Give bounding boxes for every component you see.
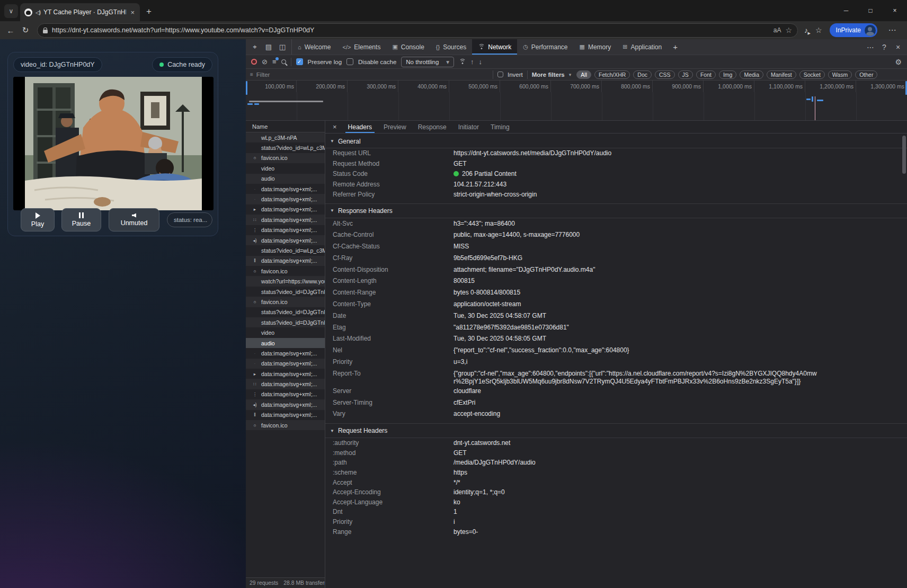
request-row[interactable]: ⋮data:image/svg+xml;...: [246, 225, 325, 235]
request-row[interactable]: ⋮data:image/svg+xml;...: [246, 389, 325, 399]
filter-chip-other[interactable]: Other: [855, 70, 877, 79]
preserve-log-checkbox[interactable]: ✓: [296, 58, 303, 65]
minimize-icon[interactable]: ─: [834, 0, 858, 21]
browser-tab[interactable]: ◁) YT Cache Player · DJgGTnHP0dY ×: [20, 3, 140, 21]
request-row[interactable]: status?video_id=wLp_c3M-nPA: [246, 245, 325, 255]
devtools-tab-welcome[interactable]: ⌂Welcome: [292, 39, 336, 55]
request-row[interactable]: ○favicon.ico: [246, 153, 325, 163]
new-tab-button[interactable]: +: [146, 6, 152, 17]
request-row[interactable]: ∷data:image/svg+xml;...: [246, 215, 325, 225]
detail-tab-response[interactable]: Response: [412, 121, 452, 133]
section-title[interactable]: ▼Request Headers: [325, 423, 907, 438]
maximize-icon[interactable]: □: [858, 0, 883, 21]
export-har-icon[interactable]: ↓: [479, 58, 483, 65]
tab-close-icon[interactable]: ×: [129, 8, 136, 16]
request-row[interactable]: ◂)data:image/svg+xml;...: [246, 235, 325, 245]
inprivate-badge[interactable]: InPrivate: [830, 23, 877, 37]
request-row[interactable]: ▸data:image/svg+xml;...: [246, 369, 325, 379]
filter-chip-socket[interactable]: Socket: [799, 70, 825, 79]
video-player[interactable]: [13, 77, 214, 210]
network-overview[interactable]: 100,000 ms200,000 ms300,000 ms400,000 ms…: [246, 81, 907, 121]
filter-chip-manifest[interactable]: Manifest: [767, 70, 796, 79]
filter-chip-media[interactable]: Media: [740, 70, 763, 79]
section-title[interactable]: ▼Response Headers: [325, 203, 907, 218]
filter-chip-all[interactable]: All: [576, 70, 591, 79]
close-icon[interactable]: ×: [883, 0, 907, 21]
play-button[interactable]: Play: [21, 208, 55, 231]
request-row[interactable]: audio: [246, 174, 325, 184]
filter-chip-img[interactable]: Img: [719, 70, 737, 79]
tab-search-button[interactable]: ∨: [4, 4, 18, 18]
detail-tab-timing[interactable]: Timing: [485, 121, 515, 133]
filter-chip-fetchxhr[interactable]: Fetch/XHR: [594, 70, 630, 79]
request-row[interactable]: ○favicon.ico: [246, 266, 325, 276]
help-icon[interactable]: ?: [878, 43, 890, 51]
request-row[interactable]: ○favicon.ico: [246, 420, 325, 430]
more-tools-icon[interactable]: +: [668, 39, 683, 55]
devtools-tab-sources[interactable]: {}Sources: [430, 39, 472, 55]
devtools-tab-elements[interactable]: </>Elements: [336, 39, 386, 55]
request-row[interactable]: ‖data:image/svg+xml;...: [246, 256, 325, 266]
request-row[interactable]: audio: [246, 338, 325, 348]
devtools-tab-network[interactable]: Network: [472, 39, 517, 55]
device-toolbar-icon[interactable]: ▤: [263, 43, 274, 51]
dock-icon[interactable]: ◫: [277, 43, 288, 51]
detail-tab-preview[interactable]: Preview: [378, 121, 412, 133]
request-row[interactable]: ∷data:image/svg+xml;...: [246, 379, 325, 389]
request-row[interactable]: ▸data:image/svg+xml;...: [246, 204, 325, 215]
request-row[interactable]: status?video_id=DJgGTnHP0dY: [246, 287, 325, 297]
filter-chip-js[interactable]: JS: [678, 70, 693, 79]
request-row[interactable]: ○favicon.ico: [246, 297, 325, 307]
section-title[interactable]: ▼General: [325, 135, 907, 148]
network-conditions-icon[interactable]: [459, 59, 466, 65]
media-hub-icon[interactable]: ♪▶: [804, 26, 808, 34]
filter-input[interactable]: ≡ Filter: [250, 70, 488, 79]
request-row[interactable]: ·data:image/svg+xml;...: [246, 184, 325, 194]
disable-cache-checkbox[interactable]: [346, 58, 353, 65]
request-row[interactable]: ◂)data:image/svg+xml;...: [246, 399, 325, 409]
more-filters-button[interactable]: More filters: [532, 72, 565, 78]
unmute-button[interactable]: Unmuted: [109, 208, 159, 231]
detail-scrollbar[interactable]: [902, 136, 906, 174]
favorite-star-icon[interactable]: ☆: [785, 26, 792, 34]
url-bar[interactable]: https://dnt-yt.catswords.net/watch?url=h…: [37, 23, 798, 38]
search-icon[interactable]: [281, 59, 286, 64]
overview-left-grip[interactable]: [246, 81, 247, 95]
request-row[interactable]: ·data:image/svg+xml;...: [246, 359, 325, 369]
request-row[interactable]: watch?url=https://www.youtu...: [246, 276, 325, 286]
filter-chip-css[interactable]: CSS: [655, 70, 675, 79]
detail-close-icon[interactable]: ×: [328, 121, 341, 133]
import-har-icon[interactable]: ↑: [470, 58, 474, 65]
browser-menu-icon[interactable]: ⋯: [885, 25, 900, 35]
invert-checkbox[interactable]: [497, 72, 503, 77]
translate-icon[interactable]: aA: [773, 26, 781, 34]
request-row[interactable]: ·data:image/svg+xml;...: [246, 348, 325, 358]
request-list-header[interactable]: Name: [246, 121, 325, 132]
network-settings-gear-icon[interactable]: ⚙: [895, 58, 902, 66]
request-row[interactable]: status?video_id=wLp_c3M-nPA: [246, 142, 325, 153]
devtools-menu-icon[interactable]: ⋯: [865, 43, 876, 51]
request-row[interactable]: wLp_c3M-nPA: [246, 132, 325, 142]
devtools-tab-application[interactable]: ⊞Application: [617, 39, 668, 55]
clear-icon[interactable]: ⊘: [262, 58, 268, 65]
request-row[interactable]: ‖data:image/svg+xml;...: [246, 410, 325, 420]
throttling-select[interactable]: No throttling ▾: [401, 57, 454, 67]
record-icon[interactable]: [251, 59, 257, 65]
devtools-close-icon[interactable]: ×: [892, 43, 904, 51]
detail-tab-headers[interactable]: Headers: [342, 121, 378, 133]
detail-tab-initiator[interactable]: Initiator: [452, 121, 485, 133]
request-row[interactable]: video: [246, 163, 325, 173]
request-row[interactable]: video: [246, 327, 325, 337]
devtools-tab-console[interactable]: ▣Console: [386, 39, 430, 55]
request-row[interactable]: status?video_id=DJgGTnHP0dY: [246, 307, 325, 317]
filter-chip-doc[interactable]: Doc: [633, 70, 652, 79]
request-row[interactable]: ·data:image/svg+xml;...: [246, 194, 325, 204]
filter-icon[interactable]: ≡: [272, 58, 277, 65]
collections-icon[interactable]: ☆: [815, 26, 822, 34]
back-icon[interactable]: ←: [3, 26, 18, 35]
filter-chip-wasm[interactable]: Wasm: [828, 70, 852, 79]
filter-chip-font[interactable]: Font: [696, 70, 716, 79]
refresh-icon[interactable]: ↻: [18, 25, 33, 35]
url-text[interactable]: https://dnt-yt.catswords.net/watch?url=h…: [52, 26, 769, 34]
inspect-icon[interactable]: ⌖: [249, 43, 261, 51]
